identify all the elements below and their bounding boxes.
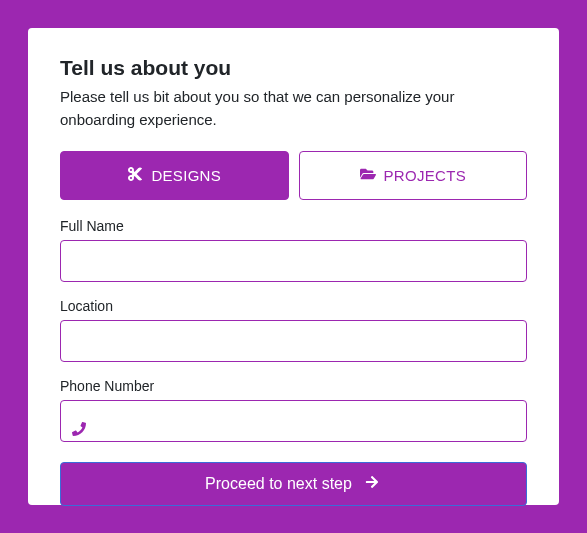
location-input[interactable] [60, 320, 527, 362]
cut-icon [127, 166, 143, 185]
location-label: Location [60, 298, 527, 314]
phone-icon [72, 422, 86, 436]
full-name-label: Full Name [60, 218, 527, 234]
tab-group: DESIGNS PROJECTS [60, 151, 527, 200]
tab-projects-label: PROJECTS [384, 167, 466, 184]
phone-input[interactable] [60, 400, 527, 442]
tab-projects[interactable]: PROJECTS [299, 151, 528, 200]
proceed-button[interactable]: Proceed to next step [60, 462, 527, 506]
field-full-name: Full Name [60, 218, 527, 298]
onboarding-card: Tell us about you Please tell us bit abo… [28, 28, 559, 505]
page-subtitle: Please tell us bit about you so that we … [60, 86, 527, 131]
arrow-right-icon [362, 475, 382, 493]
full-name-input[interactable] [60, 240, 527, 282]
phone-label: Phone Number [60, 378, 527, 394]
folder-open-icon [360, 166, 376, 185]
proceed-label: Proceed to next step [205, 475, 352, 493]
field-location: Location [60, 298, 527, 378]
field-phone: Phone Number [60, 378, 527, 458]
page-title: Tell us about you [60, 56, 527, 80]
tab-designs-label: DESIGNS [151, 167, 221, 184]
tab-designs[interactable]: DESIGNS [60, 151, 289, 200]
